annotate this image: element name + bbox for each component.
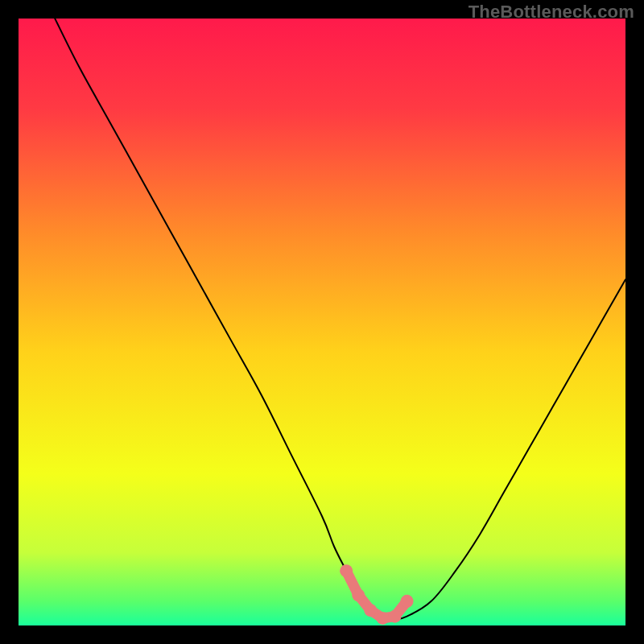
sweet-spot-dot [388, 610, 401, 623]
sweet-spot-dot [364, 604, 377, 617]
bottleneck-curve [55, 19, 625, 620]
watermark-text: TheBottleneck.com [469, 2, 634, 23]
sweet-spot-dot [376, 612, 389, 625]
plot-area [19, 19, 625, 625]
chart-svg [19, 19, 625, 625]
sweet-spot-dot [352, 588, 365, 601]
sweet-spot-dot [401, 595, 414, 608]
sweet-spot-markers [340, 564, 413, 625]
chart-frame: TheBottleneck.com [0, 0, 644, 644]
sweet-spot-dot [340, 564, 353, 577]
